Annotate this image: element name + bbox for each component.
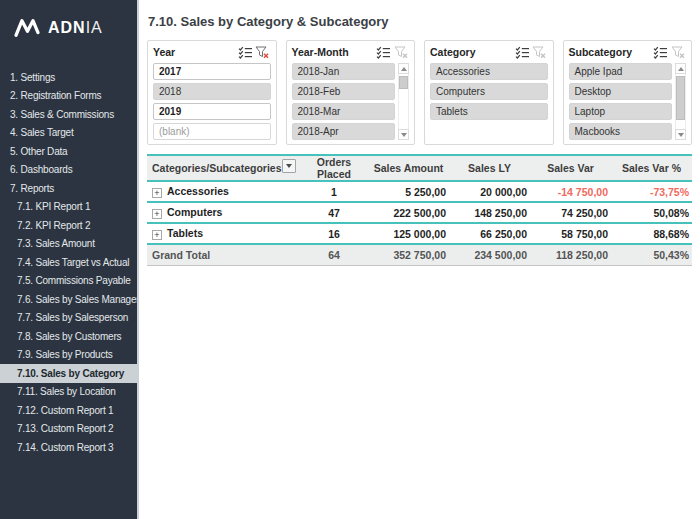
slicer-item-blank[interactable]: (blank) [153,123,271,140]
column-header-sales-amount: Sales Amount [368,155,449,181]
slicer-scrollbar [398,63,409,140]
multi-select-icon[interactable] [375,45,392,59]
clear-filter-disabled-icon [669,45,686,59]
slicer-item-apple-ipad[interactable]: Apple Ipad [569,63,673,80]
clear-filter-disabled-icon [531,45,548,59]
slicer-year: Year 2017 20 [147,40,277,145]
sidebar-item-kpi-report-2[interactable]: 7.2. KPI Report 2 [0,216,137,235]
sidebar-item-sales-commissions[interactable]: 3. Sales & Commissions [0,105,137,124]
slicer-item-computers[interactable]: Computers [430,83,548,100]
sales-ly-value: 148 250,00 [449,202,530,223]
sidebar-nav: 1. Settings 2. Registration Forms 3. Sal… [0,68,137,457]
row-label: Tablets [167,227,203,239]
slicer-category-title: Category [430,46,514,58]
slicer-year-title: Year [153,46,237,58]
sidebar-item-sales-by-customers[interactable]: 7.8. Sales by Customers [0,327,137,346]
slicer-item-2018-mar[interactable]: 2018-Mar [292,103,396,120]
sidebar-item-sales-by-products[interactable]: 7.9. Sales by Products [0,346,137,365]
sales-amount-value: 222 500,00 [368,202,449,223]
page-title: 7.10. Sales by Category & Subcategory [148,14,692,29]
scroll-thumb[interactable] [676,76,685,120]
slicer-item-2017[interactable]: 2017 [153,63,271,80]
sales-ly-total: 234 500,00 [449,244,530,265]
grand-total-label: Grand Total [147,244,300,265]
column-filter-dropdown-icon[interactable] [282,159,296,173]
expand-plus-icon[interactable]: + [152,230,162,240]
slicer-item-laptop[interactable]: Laptop [569,103,673,120]
sidebar-item-registration-forms[interactable]: 2. Registration Forms [0,87,137,106]
table-row-grand-total: Grand Total 64 352 750,00 234 500,00 118… [147,244,692,265]
sidebar-item-kpi-report-1[interactable]: 7.1. KPI Report 1 [0,198,137,217]
scroll-down-icon[interactable] [675,129,686,140]
main-content: 7.10. Sales by Category & Subcategory Ye… [137,0,700,519]
row-label: Computers [167,206,222,218]
sidebar-item-other-data[interactable]: 5. Other Data [0,142,137,161]
sales-ly-value: 66 250,00 [449,223,530,244]
sales-var-pct-total: 50,43% [611,244,692,265]
slicer-category: Category Accessories [424,40,554,145]
slicer-item-desktop[interactable]: Desktop [569,83,673,100]
sidebar-item-reports[interactable]: 7. Reports [0,179,137,198]
sidebar-item-dashboards[interactable]: 6. Dashboards [0,161,137,180]
brand-logo: ADNIA [0,0,137,42]
brand-name-bold: ADN [48,19,86,36]
slicer-item-2019[interactable]: 2019 [153,103,271,120]
sales-var-value: 58 750,00 [530,223,611,244]
clear-filter-icon[interactable] [254,45,271,59]
slicer-row: Year 2017 20 [147,40,692,145]
sales-var-value: 74 250,00 [530,202,611,223]
orders-placed-value: 47 [300,202,368,223]
sidebar-item-commissions-payable[interactable]: 7.5. Commissions Payable [0,272,137,291]
sidebar-item-settings[interactable]: 1. Settings [0,68,137,87]
slicer-subcategory: Subcategory Apple Ipad [563,40,693,145]
table-row-computers: +Computers 47 222 500,00 148 250,00 74 2… [147,202,692,223]
scroll-track[interactable] [398,74,409,129]
slicer-item-accessories[interactable]: Accessories [430,63,548,80]
pivot-table: Categories/Subcategories Orders Placed S… [147,154,692,266]
multi-select-icon[interactable] [652,45,669,59]
table-row-tablets: +Tablets 16 125 000,00 66 250,00 58 750,… [147,223,692,244]
slicer-item-2018[interactable]: 2018 [153,83,271,100]
sidebar-item-custom-report-1[interactable]: 7.12. Custom Report 1 [0,401,137,420]
sales-var-pct-value: 88,68% [611,223,692,244]
column-header-orders-placed: Orders Placed [300,155,368,181]
slicer-item-2018-jan[interactable]: 2018-Jan [292,63,396,80]
slicer-item-2018-apr[interactable]: 2018-Apr [292,123,396,140]
expand-plus-icon[interactable]: + [152,209,162,219]
slicer-year-month-title: Year-Month [292,46,376,58]
column-header-sales-var-pct: Sales Var % [611,155,692,181]
sidebar-item-sales-by-location[interactable]: 7.11. Sales by Location [0,383,137,402]
expand-plus-icon[interactable]: + [152,188,162,198]
orders-placed-value: 1 [300,181,368,202]
scroll-up-icon[interactable] [675,63,686,74]
column-header-sales-var: Sales Var [530,155,611,181]
sidebar-item-custom-report-3[interactable]: 7.14. Custom Report 3 [0,438,137,457]
slicer-subcategory-title: Subcategory [569,46,653,58]
sales-var-pct-value: -73,75% [611,181,692,202]
sidebar-item-sales-by-sales-manager[interactable]: 7.6. Sales by Sales Manager [0,290,137,309]
multi-select-icon[interactable] [514,45,531,59]
sales-amount-value: 5 250,00 [368,181,449,202]
sales-var-value: -14 750,00 [530,181,611,202]
sales-amount-total: 352 750,00 [368,244,449,265]
sidebar-item-custom-report-2[interactable]: 7.13. Custom Report 2 [0,420,137,439]
slicer-scrollbar [675,63,686,140]
sidebar-item-sales-target-vs-actual[interactable]: 7.4. Sales Target vs Actual [0,253,137,272]
slicer-item-macbooks[interactable]: Macbooks [569,123,673,140]
sidebar-item-sales-by-salesperson[interactable]: 7.7. Sales by Salesperson [0,309,137,328]
sidebar-item-sales-target[interactable]: 4. Sales Target [0,124,137,143]
slicer-year-month: Year-Month 2018-Jan [286,40,416,145]
slicer-item-tablets[interactable]: Tablets [430,103,548,120]
orders-placed-value: 16 [300,223,368,244]
sales-var-total: 118 250,00 [530,244,611,265]
scroll-thumb[interactable] [399,76,408,89]
brand-name-light: IA [86,19,103,36]
sidebar-item-sales-by-category[interactable]: 7.10. Sales by Category [0,364,137,383]
multi-select-icon[interactable] [237,45,254,59]
scroll-track[interactable] [675,74,686,129]
sidebar-item-sales-amount[interactable]: 7.3. Sales Amount [0,235,137,254]
slicer-item-2018-feb[interactable]: 2018-Feb [292,83,396,100]
orders-placed-total: 64 [300,244,368,265]
scroll-down-icon[interactable] [398,129,409,140]
scroll-up-icon[interactable] [398,63,409,74]
